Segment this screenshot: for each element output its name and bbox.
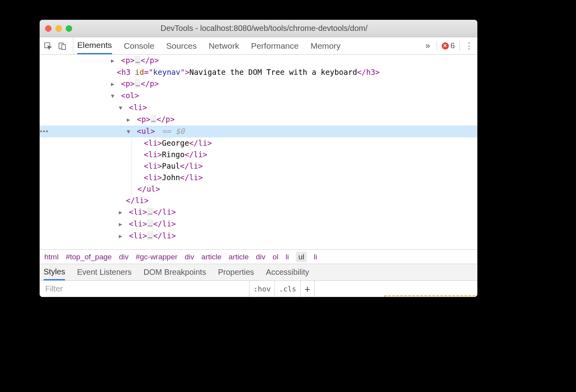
dom-node[interactable]: ▶ <p>…</p>: [40, 78, 477, 90]
crumb-div[interactable]: div: [185, 253, 194, 261]
tab-console[interactable]: Console: [124, 37, 154, 54]
dom-node[interactable]: <li>Paul</li>: [132, 160, 477, 172]
error-count: 6: [450, 41, 455, 50]
dom-node[interactable]: <li>George</li>: [132, 137, 477, 149]
tab-network[interactable]: Network: [209, 37, 239, 54]
gutter-icon[interactable]: •••: [40, 126, 48, 137]
disclosure-collapsed-icon[interactable]: ▶: [119, 230, 124, 242]
dom-node[interactable]: <li>Ringo</li>: [132, 149, 477, 160]
crumb-li[interactable]: li: [314, 253, 317, 261]
breadcrumb: html #top_of_page div #gc-wrapper div ar…: [40, 249, 477, 264]
styles-toolbar: :hov .cls +: [40, 280, 477, 297]
main-toolbar: Elements Console Sources Network Perform…: [40, 37, 477, 55]
maximize-icon[interactable]: [66, 25, 72, 32]
crumb-top-of-page[interactable]: #top_of_page: [66, 253, 112, 261]
hov-button[interactable]: :hov: [250, 281, 275, 297]
disclosure-collapsed-icon[interactable]: ▶: [111, 78, 116, 90]
error-icon: ✕: [442, 42, 449, 49]
crumb-article[interactable]: article: [201, 253, 221, 261]
dom-node[interactable]: ▶ <p>…</p>: [40, 114, 477, 126]
dom-tree[interactable]: ▶ <p>…</p> <h3 id="keynav">Navigate the …: [40, 55, 477, 249]
margin-highlight: [384, 295, 477, 297]
titlebar: DevTools - localhost:8080/web/tools/chro…: [40, 20, 477, 37]
subtab-dom-breakpoints[interactable]: DOM Breakpoints: [143, 264, 206, 280]
dom-node[interactable]: ▶ <li>…</li>: [40, 230, 477, 242]
inspect-element-icon[interactable]: [44, 42, 52, 50]
device-toolbar-icon[interactable]: [58, 42, 67, 50]
settings-menu-icon[interactable]: ⋮: [460, 41, 473, 51]
dom-node-selected[interactable]: ••• ▼ <ul> == $0: [40, 126, 477, 137]
subtab-properties[interactable]: Properties: [218, 264, 254, 280]
crumb-div[interactable]: div: [256, 253, 265, 261]
disclosure-collapsed-icon[interactable]: ▶: [127, 114, 132, 126]
panel-tabs: Elements Console Sources Network Perform…: [77, 37, 424, 54]
window-title: DevTools - localhost:8080/web/tools/chro…: [80, 24, 448, 33]
more-tabs-icon[interactable]: »: [424, 41, 432, 51]
crumb-ul[interactable]: ul: [296, 252, 307, 262]
dom-node[interactable]: <li>John</li>: [132, 172, 477, 183]
disclosure-collapsed-icon[interactable]: ▶: [111, 55, 116, 67]
dom-node[interactable]: ▼ <li>: [40, 102, 477, 114]
dom-node[interactable]: ▶ <li>…</li>: [40, 218, 477, 230]
dom-node[interactable]: </li>: [40, 195, 477, 206]
styles-filter-input[interactable]: [40, 281, 250, 297]
disclosure-collapsed-icon[interactable]: ▶: [119, 219, 124, 230]
dom-node[interactable]: ▶ <p>…</p>: [40, 55, 477, 67]
new-style-rule-button[interactable]: +: [301, 281, 315, 297]
traffic-lights: [45, 25, 72, 32]
dom-node[interactable]: <h3 id="keynav">Navigate the DOM Tree wi…: [40, 67, 477, 78]
close-icon[interactable]: [45, 25, 51, 32]
error-badge[interactable]: ✕ 6: [437, 41, 455, 50]
tab-elements[interactable]: Elements: [77, 37, 112, 54]
disclosure-expanded-icon[interactable]: ▼: [119, 102, 124, 114]
minimize-icon[interactable]: [55, 25, 62, 32]
dom-node[interactable]: ▼ <ol>: [40, 90, 477, 102]
crumb-li[interactable]: li: [286, 253, 289, 261]
devtools-window: DevTools - localhost:8080/web/tools/chro…: [40, 20, 477, 297]
crumb-gc-wrapper[interactable]: #gc-wrapper: [135, 253, 177, 261]
cls-button[interactable]: .cls: [275, 281, 300, 297]
tab-memory[interactable]: Memory: [311, 37, 341, 54]
disclosure-expanded-icon[interactable]: ▼: [111, 90, 116, 102]
subtab-styles[interactable]: Styles: [44, 264, 65, 280]
crumb-div[interactable]: div: [119, 253, 128, 261]
disclosure-expanded-icon[interactable]: ▼: [127, 126, 132, 137]
svg-rect-2: [62, 44, 65, 49]
dom-node[interactable]: </ul>: [132, 183, 477, 195]
crumb-article[interactable]: article: [229, 253, 249, 261]
dom-node[interactable]: ▶ <li>…</li>: [40, 206, 477, 218]
subtab-event-listeners[interactable]: Event Listeners: [77, 264, 132, 280]
tab-performance[interactable]: Performance: [251, 37, 299, 54]
sidebar-tabs: Styles Event Listeners DOM Breakpoints P…: [40, 264, 477, 280]
crumb-html[interactable]: html: [44, 253, 59, 261]
subtab-accessibility[interactable]: Accessibility: [266, 264, 309, 280]
crumb-ol[interactable]: ol: [273, 253, 278, 261]
tab-sources[interactable]: Sources: [166, 37, 197, 54]
disclosure-collapsed-icon[interactable]: ▶: [119, 207, 124, 218]
